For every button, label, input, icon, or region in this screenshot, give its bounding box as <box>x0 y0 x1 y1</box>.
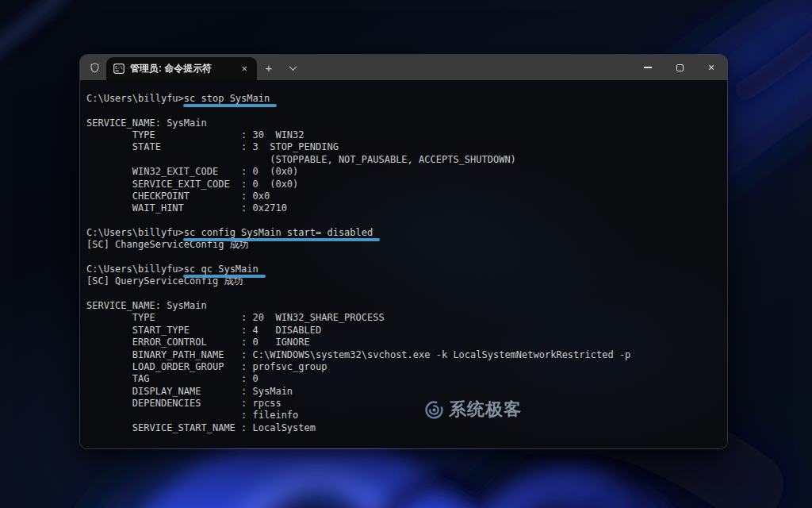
terminal-output-line <box>86 252 721 264</box>
close-icon: × <box>708 62 714 73</box>
terminal-output: C:\Users\billyfu>sc stop SysMain SERVICE… <box>86 93 721 434</box>
tab-title: 管理员: 命令提示符 <box>130 62 233 75</box>
terminal-output-line <box>86 215 721 227</box>
close-window-button[interactable]: × <box>695 55 727 80</box>
command-text: sc config SysMain start= disabled <box>184 227 373 238</box>
terminal-output-line: (STOPPABLE, NOT_PAUSABLE, ACCEPTS_SHUTDO… <box>86 154 721 166</box>
terminal-content[interactable]: C:\Users\billyfu>sc stop SysMain SERVICE… <box>80 80 727 449</box>
terminal-window: C:\ 管理员: 命令提示符 × + × C:\Users\billyfu>sc… <box>79 54 728 449</box>
terminal-output-line: TAG : 0 <box>86 373 721 385</box>
prompt-text: C:\Users\billyfu> <box>86 93 184 104</box>
terminal-output-line: BINARY_PATH_NAME : C:\WINDOWS\system32\s… <box>86 349 721 361</box>
terminal-output-line: TYPE : 30 WIN32 <box>86 129 721 141</box>
terminal-output-line: START_TYPE : 4 DISABLED <box>86 325 721 337</box>
terminal-output-line: WIN32_EXIT_CODE : 0 (0x0) <box>86 166 721 178</box>
terminal-output-line: LOAD_ORDER_GROUP : profsvc_group <box>86 361 721 373</box>
command-text: sc qc SysMain <box>184 264 259 275</box>
tab-admin-command-prompt[interactable]: C:\ 管理员: 命令提示符 × <box>106 57 257 80</box>
admin-shield-icon <box>89 62 101 74</box>
cmd-prompt-icon: C:\ <box>113 64 124 74</box>
terminal-output-line: SERVICE_EXIT_CODE : 0 (0x0) <box>86 179 721 190</box>
terminal-output-line: ERROR_CONTROL : 0 IGNORE <box>86 337 721 348</box>
terminal-output-line: TYPE : 20 WIN32_SHARE_PROCESS <box>86 312 721 324</box>
maximize-button[interactable] <box>664 55 695 80</box>
window-controls: × <box>632 55 727 80</box>
prompt-text: C:\Users\billyfu> <box>86 264 184 275</box>
chevron-down-icon <box>289 63 297 71</box>
command-text: sc stop SysMain <box>184 93 270 104</box>
terminal-output-line <box>86 105 721 117</box>
terminal-output-line: WAIT_HINT : 0x2710 <box>86 202 721 214</box>
terminal-output-line: CHECKPOINT : 0x0 <box>86 190 721 202</box>
terminal-output-line: SERVICE_NAME: SysMain <box>86 117 721 129</box>
prompt-text: C:\Users\billyfu> <box>86 227 184 238</box>
terminal-output-line: [SC] ChangeServiceConfig 成功 <box>86 239 721 251</box>
terminal-output-line: DISPLAY_NAME : SysMain <box>86 386 721 398</box>
terminal-output-line: : fileinfo <box>86 410 721 421</box>
minimize-button[interactable] <box>632 55 664 80</box>
terminal-output-line: DEPENDENCIES : rpcss <box>86 398 721 410</box>
tab-close-button[interactable]: × <box>239 63 250 75</box>
terminal-command-line: C:\Users\billyfu>sc stop SysMain <box>86 93 721 105</box>
terminal-output-line <box>86 288 721 300</box>
minimize-icon <box>644 67 652 67</box>
maximize-icon <box>676 64 684 71</box>
terminal-output-line: [SC] QueryServiceConfig 成功 <box>86 275 721 287</box>
svg-text:C:\: C:\ <box>115 65 123 70</box>
new-tab-button[interactable]: + <box>257 55 281 80</box>
terminal-output-line: STATE : 3 STOP_PENDING <box>86 141 721 153</box>
titlebar[interactable]: C:\ 管理员: 命令提示符 × + × <box>80 55 727 80</box>
terminal-output-line: SERVICE_START_NAME : LocalSystem <box>86 422 721 434</box>
terminal-output-line: SERVICE_NAME: SysMain <box>86 300 721 312</box>
terminal-command-line: C:\Users\billyfu>sc qc SysMain <box>86 264 721 275</box>
terminal-command-line: C:\Users\billyfu>sc config SysMain start… <box>86 227 721 239</box>
tab-dropdown-button[interactable] <box>281 55 304 80</box>
